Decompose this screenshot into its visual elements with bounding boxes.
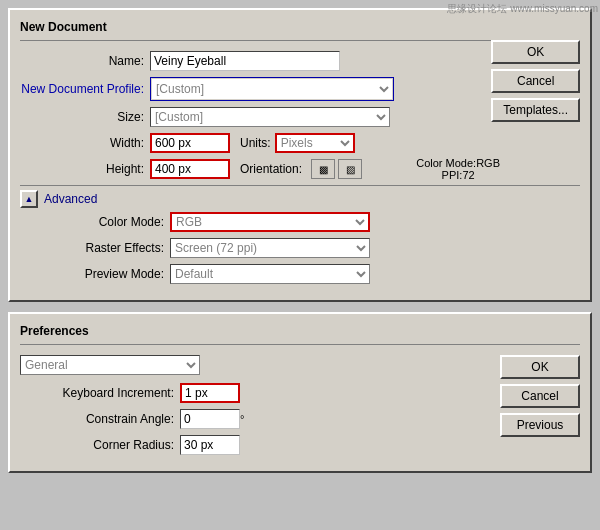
- advanced-header: ▲ Advanced: [20, 190, 580, 208]
- raster-effects-label: Raster Effects:: [40, 241, 170, 255]
- general-row: General: [20, 355, 490, 375]
- previous-button[interactable]: Previous: [500, 413, 580, 437]
- advanced-toggle[interactable]: ▲: [20, 190, 38, 208]
- name-label: Name:: [20, 54, 150, 68]
- height-row: Height: Orientation: ▩ ▨ Color Mode:RGB …: [20, 159, 580, 179]
- orientation-label: Orientation:: [240, 162, 302, 176]
- size-label: Size:: [20, 110, 150, 124]
- corner-input[interactable]: [180, 435, 240, 455]
- raster-effects-row: Raster Effects: Screen (72 ppi): [40, 238, 580, 258]
- corner-row: Corner Radius:: [20, 435, 490, 455]
- ppi-info: PPI:72: [416, 169, 500, 181]
- color-info: Color Mode:RGB PPI:72: [416, 157, 500, 181]
- constrain-row: Constrain Angle: °: [20, 409, 490, 429]
- degree-symbol: °: [240, 413, 244, 425]
- width-label: Width:: [20, 136, 150, 150]
- height-label: Height:: [20, 162, 150, 176]
- new-document-dialog: New Document Name: OK Cancel Templates..…: [8, 8, 592, 302]
- keyboard-input[interactable]: [180, 383, 240, 403]
- color-mode-row: Color Mode: RGB CMYK: [40, 212, 580, 232]
- constrain-input[interactable]: [180, 409, 240, 429]
- divider: [20, 185, 580, 186]
- raster-effects-select[interactable]: Screen (72 ppi): [170, 238, 370, 258]
- name-input[interactable]: [150, 51, 340, 71]
- cancel-button[interactable]: Cancel: [491, 69, 580, 93]
- color-mode-select[interactable]: RGB CMYK: [170, 212, 370, 232]
- portrait-btn[interactable]: ▩: [311, 159, 335, 179]
- name-row: Name: OK Cancel Templates...: [20, 51, 580, 71]
- preferences-dialog: Preferences General Keyboard Increment: …: [8, 312, 592, 473]
- width-row: Width: Units: Pixels Inches cm: [20, 133, 580, 153]
- corner-label: Corner Radius:: [20, 438, 180, 452]
- ok-button[interactable]: OK: [491, 40, 580, 64]
- preview-mode-label: Preview Mode:: [40, 267, 170, 281]
- preview-mode-select[interactable]: Default: [170, 264, 370, 284]
- constrain-label: Constrain Angle:: [20, 412, 180, 426]
- new-document-title: New Document: [20, 20, 580, 41]
- advanced-label: Advanced: [44, 192, 97, 206]
- profile-label: New Document Profile:: [20, 82, 150, 96]
- watermark: 思缘设计论坛 www.missyuan.com: [447, 2, 598, 16]
- size-select[interactable]: [Custom]: [150, 107, 390, 127]
- pref-ok-button[interactable]: OK: [500, 355, 580, 379]
- preview-mode-row: Preview Mode: Default: [40, 264, 580, 284]
- color-mode-label: Color Mode:: [40, 215, 170, 229]
- keyboard-label: Keyboard Increment:: [20, 386, 180, 400]
- keyboard-row: Keyboard Increment:: [20, 383, 490, 403]
- units-label: Units:: [240, 136, 271, 150]
- width-input[interactable]: [150, 133, 230, 153]
- general-select[interactable]: General: [20, 355, 200, 375]
- profile-select[interactable]: [Custom]: [152, 79, 392, 99]
- landscape-btn[interactable]: ▨: [338, 159, 362, 179]
- color-mode-info: Color Mode:RGB: [416, 157, 500, 169]
- pref-cancel-button[interactable]: Cancel: [500, 384, 580, 408]
- height-input[interactable]: [150, 159, 230, 179]
- preferences-title: Preferences: [20, 324, 580, 345]
- templates-button[interactable]: Templates...: [491, 98, 580, 122]
- units-select[interactable]: Pixels Inches cm: [275, 133, 355, 153]
